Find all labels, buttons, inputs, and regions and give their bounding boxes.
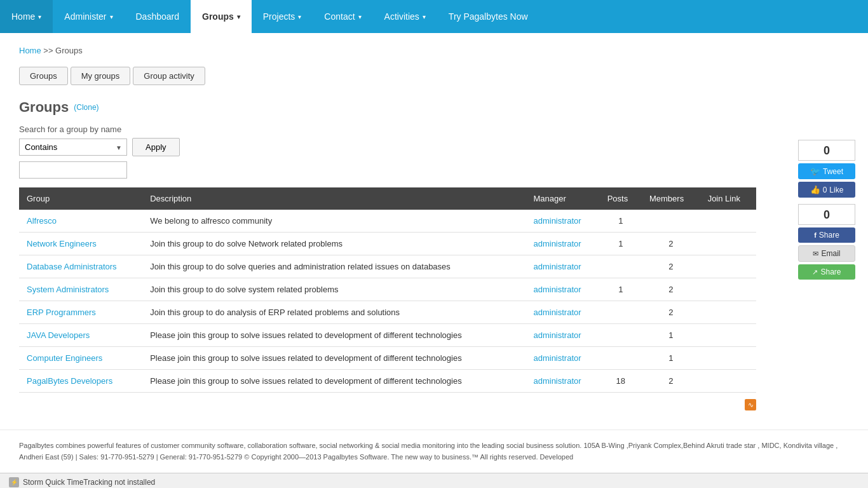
cell-members: 2 bbox=[642, 278, 700, 301]
table-header-row: Group Description Manager Posts Members … bbox=[19, 187, 756, 210]
breadcrumb: Home >> Groups bbox=[19, 46, 756, 55]
manager-link[interactable]: administrator bbox=[533, 308, 581, 317]
table-row: Alfresco We belong to alfresco community… bbox=[19, 210, 756, 233]
group-link[interactable]: Network Engineers bbox=[27, 239, 97, 248]
table-row: Computer Engineers Please join this grou… bbox=[19, 347, 756, 370]
col-members: Members bbox=[642, 187, 700, 210]
clone-link[interactable]: (Clone) bbox=[74, 103, 98, 112]
apply-button[interactable]: Apply bbox=[132, 138, 180, 156]
search-row: Contains Starts with Equals Apply bbox=[19, 138, 756, 156]
tab-my-groups[interactable]: My groups bbox=[71, 67, 131, 85]
cell-group: Database Administrators bbox=[19, 255, 142, 278]
rss-icon[interactable]: ∿ bbox=[745, 399, 756, 410]
nav-projects-arrow: ▾ bbox=[298, 13, 301, 20]
table-row: Network Engineers Join this group to do … bbox=[19, 233, 756, 255]
col-group: Group bbox=[19, 187, 142, 210]
tab-groups[interactable]: Groups bbox=[19, 67, 68, 85]
group-link[interactable]: ERP Programmers bbox=[27, 308, 96, 317]
tab-bar: Groups My groups Group activity bbox=[19, 67, 756, 85]
cell-members: 1 bbox=[642, 347, 700, 370]
search-input[interactable] bbox=[19, 161, 127, 179]
groups-table: Group Description Manager Posts Members … bbox=[19, 187, 756, 393]
cell-members bbox=[642, 210, 700, 233]
tweet-count-box: 0 bbox=[798, 140, 855, 161]
cell-join-link bbox=[700, 278, 756, 301]
cell-description: Join this group to do solve queries and … bbox=[142, 255, 526, 278]
manager-link[interactable]: administrator bbox=[533, 239, 581, 248]
search-select-wrapper: Contains Starts with Equals bbox=[19, 139, 127, 156]
cell-description: We belong to alfresco community bbox=[142, 210, 526, 233]
col-join-link: Join Link bbox=[700, 187, 756, 210]
footer-text: Pagalbytes combines powerful features of… bbox=[19, 442, 837, 461]
nav-activities-arrow: ▾ bbox=[423, 13, 426, 20]
manager-link[interactable]: administrator bbox=[533, 353, 581, 363]
table-row: Database Administrators Join this group … bbox=[19, 255, 756, 278]
col-description: Description bbox=[142, 187, 526, 210]
cell-description: Please join this group to solve issues r… bbox=[142, 324, 526, 347]
nav-dashboard[interactable]: Dashboard bbox=[125, 0, 191, 33]
main-content: Home >> Groups Groups My groups Group ac… bbox=[0, 33, 775, 430]
cell-members: 1 bbox=[642, 324, 700, 347]
group-link[interactable]: Database Administrators bbox=[27, 262, 117, 271]
cell-manager: administrator bbox=[526, 278, 599, 301]
cell-manager: administrator bbox=[526, 255, 599, 278]
cell-group: PagalBytes Developers bbox=[19, 370, 142, 393]
manager-link[interactable]: administrator bbox=[533, 285, 581, 294]
cell-manager: administrator bbox=[526, 324, 599, 347]
cell-join-link bbox=[700, 301, 756, 324]
tweet-button[interactable]: 🐦 Tweet bbox=[798, 163, 855, 179]
cell-posts: 1 bbox=[600, 233, 642, 255]
table-row: System Administrators Join this group to… bbox=[19, 278, 756, 301]
nav-administer[interactable]: Administer ▾ bbox=[53, 0, 124, 33]
cell-members: 2 bbox=[642, 370, 700, 393]
cell-description: Please join this group to solve issues r… bbox=[142, 347, 526, 370]
cell-members: 2 bbox=[642, 255, 700, 278]
cell-posts bbox=[600, 347, 642, 370]
nav-groups-arrow: ▾ bbox=[237, 13, 240, 20]
table-row: JAVA Developers Please join this group t… bbox=[19, 324, 756, 347]
nav-projects[interactable]: Projects ▾ bbox=[252, 0, 313, 33]
manager-link[interactable]: administrator bbox=[533, 216, 581, 226]
cell-join-link bbox=[700, 347, 756, 370]
breadcrumb-separator: >> bbox=[43, 46, 55, 55]
cell-group: ERP Programmers bbox=[19, 301, 142, 324]
cell-join-link bbox=[700, 324, 756, 347]
cell-group: System Administrators bbox=[19, 278, 142, 301]
cell-manager: administrator bbox=[526, 233, 599, 255]
cell-posts: 1 bbox=[600, 278, 642, 301]
cell-posts: 18 bbox=[600, 370, 642, 393]
cell-description: Join this group to do analysis of ERP re… bbox=[142, 301, 526, 324]
facebook-share-button[interactable]: f Share bbox=[798, 227, 855, 243]
email-share-button[interactable]: ✉ Email bbox=[798, 245, 855, 262]
cell-join-link bbox=[700, 233, 756, 255]
sharethis-button[interactable]: ↗ Share bbox=[798, 264, 855, 280]
group-link[interactable]: Alfresco bbox=[27, 216, 57, 226]
nav-activities[interactable]: Activities ▾ bbox=[373, 0, 437, 33]
nav-administer-arrow: ▾ bbox=[110, 13, 113, 20]
cell-group: Alfresco bbox=[19, 210, 142, 233]
like-button[interactable]: 👍 0 Like bbox=[798, 182, 855, 198]
search-select[interactable]: Contains Starts with Equals bbox=[19, 139, 127, 156]
group-link[interactable]: PagalBytes Developers bbox=[27, 376, 112, 386]
nav-home[interactable]: Home ▾ bbox=[0, 0, 53, 33]
group-link[interactable]: System Administrators bbox=[27, 285, 109, 294]
cell-manager: administrator bbox=[526, 210, 599, 233]
manager-link[interactable]: administrator bbox=[533, 262, 581, 271]
tab-group-activity[interactable]: Group activity bbox=[133, 67, 205, 85]
manager-link[interactable]: administrator bbox=[533, 330, 581, 340]
group-link[interactable]: JAVA Developers bbox=[27, 330, 90, 340]
cell-join-link bbox=[700, 255, 756, 278]
footer: Pagalbytes combines powerful features of… bbox=[0, 430, 868, 473]
nav-contact[interactable]: Contact ▾ bbox=[313, 0, 372, 33]
nav-groups[interactable]: Groups ▾ bbox=[191, 0, 252, 33]
cell-join-link bbox=[700, 210, 756, 233]
cell-posts bbox=[600, 324, 642, 347]
cell-posts: 1 bbox=[600, 210, 642, 233]
breadcrumb-home[interactable]: Home bbox=[19, 46, 41, 55]
cell-posts bbox=[600, 301, 642, 324]
manager-link[interactable]: administrator bbox=[533, 376, 581, 386]
nav-home-arrow: ▾ bbox=[38, 13, 41, 20]
cell-members: 2 bbox=[642, 233, 700, 255]
group-link[interactable]: Computer Engineers bbox=[27, 353, 102, 363]
nav-try-pagalbytes[interactable]: Try Pagalbytes Now bbox=[437, 0, 539, 33]
